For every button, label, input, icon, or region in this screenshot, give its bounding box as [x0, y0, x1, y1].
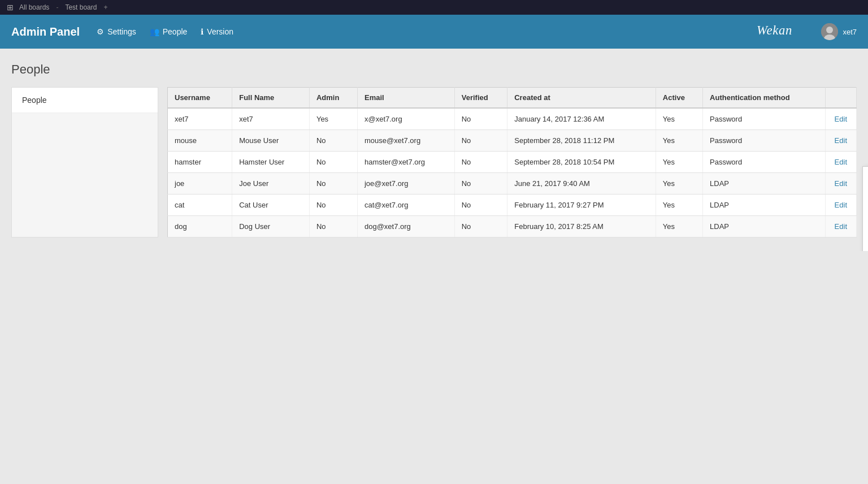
board-name: Test board — [65, 3, 97, 11]
cell-2: Yes — [309, 108, 357, 130]
cell-4: No — [454, 173, 507, 195]
users-table: Username Full Name Admin Email Verified … — [167, 87, 857, 237]
cell-3: dog@xet7.org — [357, 216, 454, 237]
nav-people[interactable]: People — [150, 27, 188, 36]
username-display: xet7 — [843, 28, 857, 36]
cell-7: LDAP — [703, 216, 826, 237]
edit-cell: Edit — [825, 216, 856, 237]
avatar — [821, 23, 838, 40]
cell-4: No — [454, 216, 507, 237]
cell-7: Password — [703, 130, 826, 152]
cell-0: xet7 — [168, 108, 232, 130]
edit-cell: Edit — [825, 108, 856, 130]
cell-2: No — [309, 152, 357, 173]
cell-0: joe — [168, 173, 232, 195]
cell-0: mouse — [168, 130, 232, 152]
cell-7: Password — [703, 108, 826, 130]
table-row: joeJoe UserNojoe@xet7.orgNoJune 21, 2017… — [168, 173, 857, 195]
header: Admin Panel Settings People Version Weka… — [0, 15, 868, 49]
edit-button[interactable]: Edit — [832, 114, 849, 124]
edit-button[interactable]: Edit — [832, 178, 849, 189]
edit-button[interactable]: Edit — [832, 221, 849, 232]
cell-7: LDAP — [703, 195, 826, 216]
cell-6: Yes — [656, 195, 702, 216]
info-icon — [201, 27, 203, 36]
cell-6: Yes — [656, 216, 702, 237]
header-nav: Settings People Version — [97, 27, 233, 36]
nav-settings[interactable]: Settings — [97, 27, 136, 36]
cell-3: cat@xet7.org — [357, 195, 454, 216]
wekan-logo: Wekan — [757, 20, 802, 44]
add-board-icon[interactable]: + — [103, 3, 107, 11]
cell-4: No — [454, 130, 507, 152]
cell-7: Password — [703, 152, 826, 173]
cell-2: No — [309, 195, 357, 216]
cell-2: No — [309, 130, 357, 152]
top-bar: All boards - Test board + — [0, 0, 868, 15]
table-container: Username Full Name Admin Email Verified … — [167, 87, 857, 237]
cell-6: Yes — [656, 108, 702, 130]
cell-3: x@xet7.org — [357, 108, 454, 130]
table-row: xet7xet7Yesx@xet7.orgNoJanuary 14, 2017 … — [168, 108, 857, 130]
col-email: Email — [357, 88, 454, 109]
all-boards-link[interactable]: All boards — [19, 3, 49, 11]
main-content: People People Username Full Name Admin E… — [0, 49, 868, 251]
cell-4: No — [454, 152, 507, 173]
col-fullname: Full Name — [232, 88, 310, 109]
cell-1: Joe User — [232, 173, 310, 195]
nav-version-label: Version — [207, 27, 233, 36]
nav-people-label: People — [163, 27, 188, 36]
cell-1: Dog User — [232, 216, 310, 237]
cell-5: June 21, 2017 9:40 AM — [507, 173, 656, 195]
table-row: catCat UserNocat@xet7.orgNoFebruary 11, … — [168, 195, 857, 216]
admin-panel-title: Admin Panel — [11, 25, 80, 38]
cell-0: hamster — [168, 152, 232, 173]
cell-2: No — [309, 216, 357, 237]
edit-cell: Edit — [825, 152, 856, 173]
edit-button[interactable]: Edit — [832, 157, 849, 167]
cell-5: September 28, 2018 10:54 PM — [507, 152, 656, 173]
cell-2: No — [309, 173, 357, 195]
col-active: Active — [656, 88, 702, 109]
cell-7: LDAP — [703, 173, 826, 195]
table-row: mouseMouse UserNomouse@xet7.orgNoSeptemb… — [168, 130, 857, 152]
gear-icon — [97, 27, 104, 36]
page-title: People — [11, 62, 857, 77]
cell-4: No — [454, 195, 507, 216]
cell-1: Hamster User — [232, 152, 310, 173]
grid-icon — [7, 3, 14, 12]
cell-3: hamster@xet7.org — [357, 152, 454, 173]
cell-6: Yes — [656, 152, 702, 173]
cell-5: February 10, 2017 8:25 AM — [507, 216, 656, 237]
cell-5: January 14, 2017 12:36 AM — [507, 108, 656, 130]
content-area: People Username Full Name Admin Email Ve… — [11, 87, 857, 237]
edit-panel: Full Name Username Email Admin No Yes — [862, 166, 868, 251]
user-menu[interactable]: xet7 — [821, 23, 857, 40]
cell-6: Yes — [656, 173, 702, 195]
sidebar-item-people[interactable]: People — [12, 88, 158, 113]
svg-text:Wekan: Wekan — [757, 23, 792, 37]
nav-version[interactable]: Version — [201, 27, 233, 36]
cell-0: cat — [168, 195, 232, 216]
edit-cell: Edit — [825, 130, 856, 152]
cell-5: September 28, 2018 11:12 PM — [507, 130, 656, 152]
cell-3: joe@xet7.org — [357, 173, 454, 195]
edit-button[interactable]: Edit — [832, 135, 849, 146]
cell-4: No — [454, 108, 507, 130]
table-row: dogDog UserNodog@xet7.orgNoFebruary 10, … — [168, 216, 857, 237]
table-row: hamsterHamster UserNohamster@xet7.orgNoS… — [168, 152, 857, 173]
edit-cell: Edit — [825, 195, 856, 216]
cell-0: dog — [168, 216, 232, 237]
cell-1: Cat User — [232, 195, 310, 216]
people-icon — [150, 27, 159, 36]
col-created: Created at — [507, 88, 656, 109]
edit-button[interactable]: Edit — [832, 200, 849, 210]
edit-cell: Edit — [825, 173, 856, 195]
cell-6: Yes — [656, 130, 702, 152]
col-actions — [825, 88, 856, 109]
cell-5: February 11, 2017 9:27 PM — [507, 195, 656, 216]
svg-point-2 — [826, 27, 833, 33]
col-verified: Verified — [454, 88, 507, 109]
col-auth: Authentication method — [703, 88, 826, 109]
cell-1: Mouse User — [232, 130, 310, 152]
